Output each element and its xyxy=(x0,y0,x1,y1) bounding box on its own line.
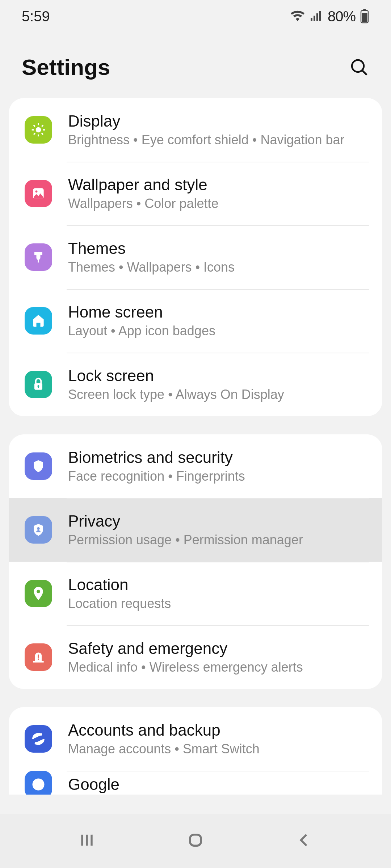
back-button[interactable] xyxy=(295,831,314,851)
item-title: Privacy xyxy=(68,512,303,530)
shield-person-icon xyxy=(25,516,52,544)
svg-line-10 xyxy=(34,125,35,127)
item-title: Wallpaper and style xyxy=(68,176,218,194)
battery-percent: 80% xyxy=(328,8,356,25)
item-sub: Medical info • Wireless emergency alerts xyxy=(68,660,303,675)
siren-icon xyxy=(25,643,52,671)
settings-group: Display Brightness • Eye comfort shield … xyxy=(9,98,382,416)
item-title: Location xyxy=(68,576,171,594)
svg-point-15 xyxy=(35,191,38,193)
item-title: Biometrics and security xyxy=(68,448,245,467)
svg-point-5 xyxy=(36,127,41,133)
svg-point-22 xyxy=(38,658,39,660)
item-title: Google xyxy=(68,775,119,793)
settings-item-accounts[interactable]: Accounts and backup Manage accounts • Sm… xyxy=(9,707,382,771)
image-icon xyxy=(25,180,52,207)
header: Settings xyxy=(0,33,391,98)
settings-group: Biometrics and security Face recognition… xyxy=(9,434,382,689)
svg-line-12 xyxy=(34,133,35,135)
lock-icon xyxy=(25,371,52,398)
settings-item-location[interactable]: Location Location requests xyxy=(9,562,382,625)
settings-item-privacy[interactable]: Privacy Permission usage • Permission ma… xyxy=(9,498,382,562)
wifi-icon xyxy=(290,9,305,24)
item-sub: Face recognition • Fingerprints xyxy=(68,469,245,484)
item-sub: Themes • Wallpapers • Icons xyxy=(68,260,235,275)
item-title: Display xyxy=(68,112,345,130)
status-bar: 5:59 80% xyxy=(0,0,391,33)
item-title: Home screen xyxy=(68,303,215,321)
item-sub: Permission usage • Permission manager xyxy=(68,532,303,548)
item-title: Accounts and backup xyxy=(68,721,260,739)
battery-icon xyxy=(360,9,369,24)
item-title: Lock screen xyxy=(68,367,284,385)
home-icon xyxy=(25,307,52,335)
status-icons: 80% xyxy=(290,8,369,25)
svg-line-13 xyxy=(42,125,43,127)
svg-line-11 xyxy=(42,133,43,135)
google-icon xyxy=(25,771,52,795)
settings-item-safety[interactable]: Safety and emergency Medical info • Wire… xyxy=(9,625,382,689)
status-time: 5:59 xyxy=(22,8,50,25)
signal-icon xyxy=(310,9,323,23)
settings-item-wallpaper[interactable]: Wallpaper and style Wallpapers • Color p… xyxy=(9,162,382,225)
settings-item-themes[interactable]: Themes Themes • Wallpapers • Icons xyxy=(9,225,382,289)
item-title: Safety and emergency xyxy=(68,639,303,658)
svg-rect-21 xyxy=(38,655,39,658)
item-sub: Wallpapers • Color palette xyxy=(68,196,218,211)
settings-list[interactable]: Display Brightness • Eye comfort shield … xyxy=(0,98,391,868)
home-button[interactable] xyxy=(186,831,205,851)
sun-icon xyxy=(25,116,52,144)
settings-item-home[interactable]: Home screen Layout • App icon badges xyxy=(9,289,382,353)
sync-icon xyxy=(25,725,52,753)
settings-group: Accounts and backup Manage accounts • Sm… xyxy=(9,707,382,795)
settings-item-display[interactable]: Display Brightness • Eye comfort shield … xyxy=(9,98,382,162)
svg-point-19 xyxy=(37,527,39,530)
nav-bar xyxy=(0,814,391,868)
item-sub: Layout • App icon badges xyxy=(68,323,215,339)
svg-rect-27 xyxy=(190,835,201,846)
svg-point-23 xyxy=(33,779,45,791)
settings-item-lock[interactable]: Lock screen Screen lock type • Always On… xyxy=(9,353,382,416)
pin-icon xyxy=(25,580,52,607)
item-sub: Manage accounts • Smart Switch xyxy=(68,741,260,757)
svg-rect-18 xyxy=(38,386,39,388)
svg-line-4 xyxy=(362,71,367,75)
search-button[interactable] xyxy=(349,57,369,77)
item-sub: Location requests xyxy=(68,596,171,611)
settings-item-google[interactable]: Google xyxy=(9,771,382,795)
shield-icon xyxy=(25,452,52,480)
brush-icon xyxy=(25,243,52,271)
page-title: Settings xyxy=(22,54,110,80)
item-sub: Screen lock type • Always On Display xyxy=(68,387,284,402)
svg-point-3 xyxy=(352,60,364,72)
search-icon xyxy=(349,57,369,77)
item-sub: Brightness • Eye comfort shield • Naviga… xyxy=(68,132,345,148)
svg-point-20 xyxy=(37,590,40,593)
recents-button[interactable] xyxy=(77,831,96,851)
settings-item-biometrics[interactable]: Biometrics and security Face recognition… xyxy=(9,434,382,498)
svg-rect-2 xyxy=(362,13,367,22)
item-title: Themes xyxy=(68,239,235,258)
svg-rect-1 xyxy=(363,9,366,11)
